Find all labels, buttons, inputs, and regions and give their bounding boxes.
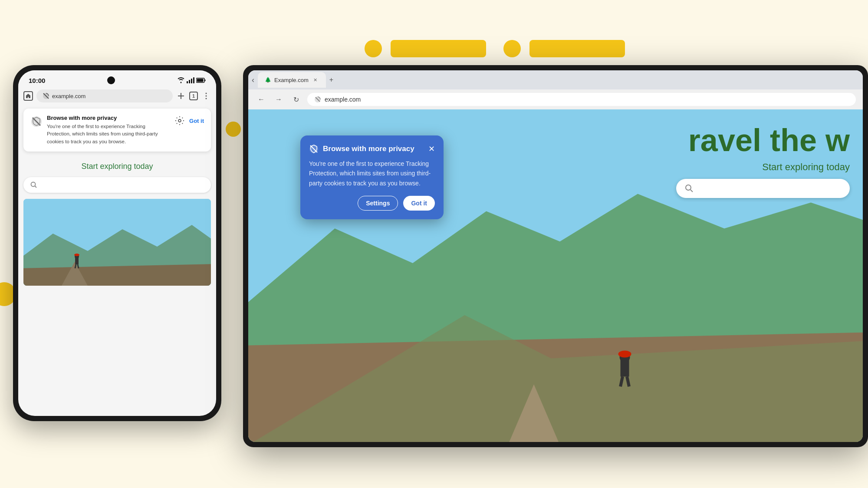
phone-url-bar[interactable]: example.com [36,89,173,102]
new-tab-button[interactable]: + [329,76,333,84]
tablet-nav-bar: ← → ↻ example.com [248,89,863,109]
tablet-url-text: example.com [325,96,361,103]
deco-rect-1 [391,40,486,57]
phone-privacy-title: Browse with more privacy [47,115,170,121]
svg-line-22 [75,264,76,268]
battery-icon [196,78,206,83]
dialog-got-it-button[interactable]: Got it [403,196,435,211]
tracking-protection-icon [43,92,49,99]
phone-status-icons [177,77,206,83]
deco-circle-mid [226,122,241,137]
deco-circle-2 [503,40,521,57]
phone-privacy-body: You're one of the first to experience Tr… [47,123,170,145]
deco-rect-2 [529,40,625,57]
phone-camera [107,76,115,84]
phone-site-headline: Start exploring today [23,162,211,171]
svg-line-37 [690,190,693,192]
tablet-url-bar[interactable]: example.com [307,93,856,106]
phone-time: 10:00 [29,77,45,84]
reload-button[interactable]: ↻ [290,93,302,106]
tablet-site-headline: ravel the w [688,122,850,158]
phone-status-bar: 10:00 [18,70,216,87]
new-tab-icon[interactable] [176,91,186,101]
svg-point-9 [206,98,207,99]
svg-point-36 [686,185,691,190]
svg-line-35 [627,376,629,386]
dialog-settings-button[interactable]: Settings [358,196,398,211]
wifi-icon [177,77,185,83]
svg-point-13 [31,182,36,186]
dialog-title-row: Browse with more privacy [309,144,414,154]
tablet-active-tab[interactable]: 🌲 Example.com ✕ [258,72,326,88]
tablet-search-icon [685,184,694,193]
settings-gear-icon[interactable] [174,115,185,126]
phone-home-icon[interactable] [23,91,33,101]
phone-mockup: 10:00 [13,65,221,421]
svg-point-33 [618,351,631,358]
phone-got-it-button[interactable]: Got it [189,118,204,124]
home-icon [26,93,31,99]
deco-circle-1 [365,40,382,57]
phone-privacy-content: Browse with more privacy You're one of t… [47,115,170,145]
svg-line-14 [35,186,37,188]
phone-browser-actions: 1 [176,91,211,101]
phone-privacy-card: Browse with more privacy You're one of t… [23,109,211,152]
tab-close-icon[interactable]: ✕ [312,76,319,83]
tablet-frame: ‹ 🌲 Example.com ✕ + ← → ↻ [243,65,868,447]
phone-landscape-image [23,199,211,286]
svg-point-12 [178,119,181,122]
tablet-tab-area: ‹ 🌲 Example.com ✕ + [248,70,337,89]
svg-rect-2 [197,79,204,82]
phone-search-icon [30,181,37,188]
dialog-header: Browse with more privacy ✕ [309,144,435,154]
dialog-close-icon[interactable]: ✕ [428,145,435,153]
signal-bars-icon [187,77,194,83]
tab-count-icon[interactable]: 1 [189,92,198,100]
menu-icon[interactable] [201,91,211,101]
tablet-screen: ‹ 🌲 Example.com ✕ + ← → ↻ [248,70,863,442]
svg-point-21 [74,254,79,256]
tablet-tracking-icon [314,96,321,103]
svg-point-8 [206,96,207,97]
svg-line-34 [621,376,623,386]
tablet-mockup: ‹ 🌲 Example.com ✕ + ← → ↻ [243,65,868,447]
tablet-site: ravel the w Start exploring today [248,109,863,442]
back-button[interactable]: ← [255,93,267,106]
tablet-chrome-bar: ‹ 🌲 Example.com ✕ + [248,70,863,89]
phone-browser-bar: example.com 1 [18,87,216,105]
tablet-search-bar[interactable] [676,179,850,198]
dialog-actions: Settings Got it [309,196,435,211]
phone-screen: 10:00 [18,70,216,416]
phone-frame: 10:00 [13,65,221,421]
dialog-title: Browse with more privacy [323,145,414,153]
svg-rect-1 [205,79,206,81]
tablet-tab-prev-icon[interactable]: ‹ [252,76,254,85]
tablet-privacy-dialog: Browse with more privacy ✕ You're one of… [300,135,444,219]
svg-point-7 [206,93,207,94]
phone-privacy-actions: Got it [174,115,204,126]
tab-favicon: 🌲 [265,77,271,83]
phone-search-bar[interactable] [23,177,211,193]
forward-button[interactable]: → [273,93,285,106]
tablet-site-subtitle: Start exploring today [762,162,850,173]
svg-line-23 [78,264,79,268]
privacy-shield-icon [30,115,43,128]
dialog-body: You're one of the first to experience Tr… [309,159,435,188]
phone-landscape-svg [23,199,211,286]
tablet-tab-label: Example.com [274,77,309,83]
phone-url-text: example.com [52,93,85,99]
dialog-shield-icon [309,144,319,154]
phone-site-content: Start exploring today [18,155,216,293]
